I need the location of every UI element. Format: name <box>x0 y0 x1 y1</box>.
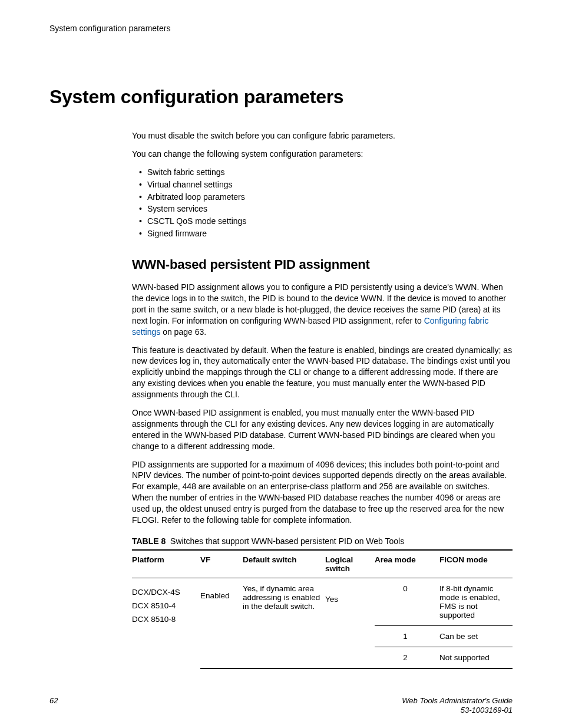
th-ficon: FICON mode <box>439 550 513 578</box>
table-row: DCX/DCX-4S DCX 8510-4 DCX 8510-8 Enabled… <box>132 578 513 625</box>
text: DCX 8510-4 <box>132 601 197 610</box>
th-vf: VF <box>200 550 243 578</box>
cell-default: Yes, if dynamic area addressing is enabl… <box>243 578 325 668</box>
page: System configuration parameters System c… <box>0 0 562 728</box>
body-content: You must disable the switch before you c… <box>132 130 513 669</box>
table-header-row: Platform VF Default switch Logical switc… <box>132 550 513 578</box>
cell-ficon: Can be set <box>439 625 513 647</box>
wwn-para-4: PID assignments are supported for a maxi… <box>132 459 513 526</box>
table-caption: TABLE 8 Switches that support WWN-based … <box>132 536 513 546</box>
wwn-para-2: This feature is deactivated by default. … <box>132 345 513 400</box>
th-logical: Logical switch <box>325 550 375 578</box>
list-item: CSCTL QoS mode settings <box>147 216 513 227</box>
list-item: Virtual channel settings <box>147 179 513 190</box>
doc-info: Web Tools Administrator's Guide 53-10031… <box>402 696 513 716</box>
intro-para-1: You must disable the switch before you c… <box>132 130 513 141</box>
section-heading: WWN-based persistent PID assignment <box>132 257 513 272</box>
cell-area: 1 <box>375 625 439 647</box>
cell-logical: Yes <box>325 578 375 668</box>
page-footer: 62 Web Tools Administrator's Guide 53-10… <box>49 696 513 716</box>
text: on page 63. <box>160 327 206 337</box>
list-item: System services <box>147 203 513 215</box>
cell-ficon: If 8-bit dynamic mode is enabled, FMS is… <box>439 578 513 625</box>
th-platform: Platform <box>132 550 200 578</box>
cell-platform: DCX/DCX-4S DCX 8510-4 DCX 8510-8 <box>132 578 200 668</box>
text: DCX 8510-8 <box>132 615 197 624</box>
intro-para-2: You can change the following system conf… <box>132 149 513 160</box>
table-title: Switches that support WWN-based persiste… <box>170 536 404 546</box>
wwn-para-1: WWN-based PID assignment allows you to c… <box>132 282 513 337</box>
th-area: Area mode <box>375 550 439 578</box>
list-item: Signed firmware <box>147 228 513 239</box>
list-item: Arbitrated loop parameters <box>147 192 513 203</box>
table-label: TABLE 8 <box>132 536 166 546</box>
cell-ficon: Not supported <box>439 647 513 668</box>
page-title: System configuration parameters <box>49 86 513 108</box>
page-number: 62 <box>49 696 58 705</box>
list-item: Switch fabric settings <box>147 167 513 178</box>
text: DCX/DCX-4S <box>132 588 197 597</box>
doc-number: 53-1003169-01 <box>402 706 513 715</box>
cell-vf: Enabled <box>200 578 243 668</box>
doc-title: Web Tools Administrator's Guide <box>402 696 513 706</box>
running-header: System configuration parameters <box>49 24 513 33</box>
cell-area: 2 <box>375 647 439 668</box>
th-default: Default switch <box>243 550 325 578</box>
intro-list: Switch fabric settings Virtual channel s… <box>132 167 513 239</box>
pid-support-table: Platform VF Default switch Logical switc… <box>132 549 513 669</box>
cell-area: 0 <box>375 578 439 625</box>
wwn-para-3: Once WWN-based PID assignment is enabled… <box>132 407 513 452</box>
